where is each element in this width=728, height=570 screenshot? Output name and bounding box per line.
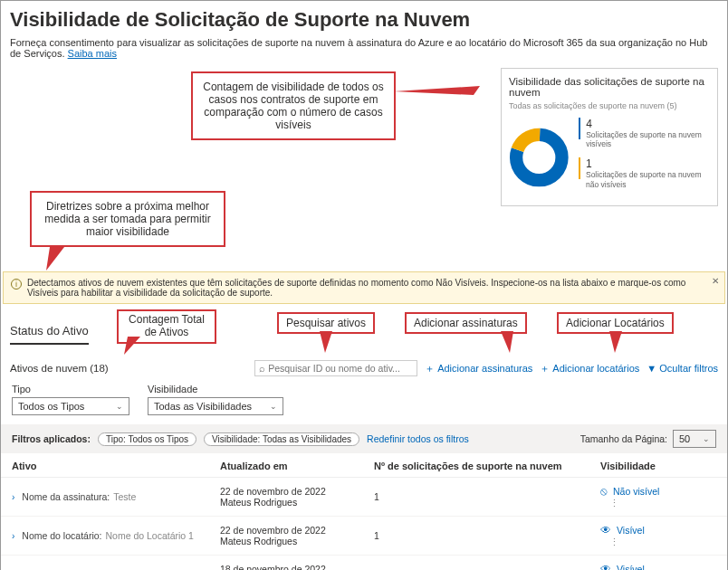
applied-filters-label: Filtros aplicados: (12, 433, 91, 444)
filter-icon: ▼ (647, 363, 656, 374)
callout-count: Contagem de visibilidade de todos os cas… (191, 71, 396, 140)
legend-item: 1 Solicitações de suporte na nuvem não v… (579, 157, 710, 188)
filter-type-value: Todos os Tipos (18, 401, 84, 412)
updated-cell: 22 de novembro de 2022Mateus Rodrigues (220, 525, 374, 546)
reset-filters-link[interactable]: Redefinir todos os filtros (367, 433, 469, 444)
filter-visibility-label: Visibilidade (148, 384, 283, 394)
chart-title: Visibilidade das solicitações de suporte… (509, 76, 710, 98)
chart-card: Visibilidade das solicitações de suporte… (501, 68, 718, 206)
chart-legend: 4 Solicitações de suporte na nuvem visív… (579, 118, 710, 198)
legend-label: Solicitações de suporte na nuvem não vis… (586, 170, 710, 188)
asset-type-label: Nome da assinatura: (22, 491, 110, 502)
donut-chart (509, 119, 570, 195)
add-tenants-label: Adicionar locatários (552, 363, 639, 374)
callout-guidance: Diretrizes sobre a próxima melhor medida… (30, 191, 225, 247)
callout-arrow-icon (497, 331, 517, 355)
asset-name: Teste (113, 491, 136, 502)
learn-more-link[interactable]: Saiba mais (68, 48, 117, 59)
search-input-wrapper[interactable]: ⌕ (254, 360, 417, 376)
legend-value: 1 (586, 157, 710, 170)
col-updated[interactable]: Atualizado em (220, 461, 374, 471)
col-asset[interactable]: Ativo (12, 461, 220, 471)
chevron-down-icon: ⌄ (270, 402, 277, 411)
filter-type-select[interactable]: Todos os Tipos ⌄ (12, 397, 129, 415)
table-row: ›Nome da assinatura:Exemplo 118 de novem… (1, 556, 727, 570)
asset-name: Nome do Locatário 1 (105, 530, 193, 541)
requests-cell: 1 (374, 530, 600, 541)
more-icon[interactable]: ⋮ (609, 537, 619, 547)
legend-value: 4 (586, 118, 710, 130)
search-icon: ⌕ (259, 363, 265, 374)
table-row: ›Nome da assinatura:Teste22 de novembro … (1, 478, 727, 517)
callout-arrow-icon (44, 247, 72, 272)
col-visibility[interactable]: Visibilidade (600, 461, 716, 471)
tab-asset-status[interactable]: Status do Ativo (10, 320, 89, 345)
asset-count: Ativos de nuvem (18) (10, 363, 109, 374)
page-size-value: 50 (679, 433, 690, 444)
table-header: Ativo Atualizado em Nº de solicitações d… (1, 453, 727, 478)
add-subscriptions-button[interactable]: ＋ Adicionar assinaturas (425, 362, 532, 375)
expand-icon[interactable]: › (12, 492, 14, 502)
updated-cell: 18 de novembro de 2022Mateus Rodrigues (220, 564, 374, 570)
filter-type-label: Tipo (12, 384, 129, 394)
plus-icon: ＋ (425, 362, 435, 375)
visibility-toggle[interactable]: ⦸Não visível (600, 485, 716, 498)
add-subs-label: Adicionar assinaturas (437, 363, 532, 374)
notice-text: Detectamos ativos de nuvem existentes qu… (27, 278, 717, 298)
legend-color-icon (579, 118, 581, 139)
eye-icon: 👁 (600, 524, 611, 537)
hide-filters-label: Ocultar filtros (659, 363, 718, 374)
legend-item: 4 Solicitações de suporte na nuvem visív… (579, 118, 710, 148)
col-requests[interactable]: Nº de solicitações de suporte na nuvem (374, 461, 600, 471)
chevron-down-icon: ⌄ (703, 434, 710, 443)
page-size-label: Tamanho da Página: (580, 433, 667, 444)
asset-type-label: Nome do locatário: (22, 530, 101, 541)
notice-banner: i Detectamos ativos de nuvem existentes … (3, 271, 725, 304)
more-icon[interactable]: ⋮ (609, 498, 619, 508)
plus-icon: ＋ (540, 362, 550, 375)
add-tenants-button[interactable]: ＋ Adicionar locatários (540, 362, 639, 375)
hide-filters-button[interactable]: ▼ Ocultar filtros (647, 363, 718, 374)
close-icon[interactable]: ✕ (712, 276, 719, 286)
page-subtitle: Forneça consentimento para visualizar as… (10, 37, 718, 59)
updated-cell: 22 de novembro de 2022Mateus Rodrigues (220, 486, 374, 508)
search-input[interactable] (268, 363, 413, 374)
table-row: ›Nome do locatário:Nome do Locatário 122… (1, 517, 727, 556)
filter-chip[interactable]: Tipo: Todos os Tipos (98, 432, 196, 446)
chart-subtitle: Todas as solicitações de suporte na nuve… (509, 101, 710, 110)
callout-arrow-icon (606, 331, 626, 355)
filter-chip[interactable]: Visibilidade: Todas as Visibilidades (204, 432, 359, 446)
eye-icon: 👁 (600, 563, 611, 570)
requests-cell: 1 (374, 491, 600, 502)
page-title: Visibilidade de Solicitação de Suporte n… (10, 8, 718, 32)
legend-label: Solicitações de suporte na nuvem visívei… (586, 130, 710, 148)
page-size-select[interactable]: 50 ⌄ (673, 430, 716, 448)
expand-icon[interactable]: › (12, 531, 14, 541)
filter-visibility-select[interactable]: Todas as Visibilidades ⌄ (148, 397, 283, 415)
visibility-toggle[interactable]: 👁Visível (600, 563, 716, 570)
callout-arrow-icon (124, 337, 144, 356)
filter-visibility-value: Todas as Visibilidades (154, 401, 252, 412)
chevron-down-icon: ⌄ (116, 402, 123, 411)
callout-arrow-icon (394, 84, 493, 102)
legend-color-icon (579, 157, 580, 179)
visibility-toggle[interactable]: 👁Visível (600, 524, 716, 537)
info-icon: i (11, 279, 22, 290)
callout-arrow-icon (316, 331, 336, 355)
eye-icon: ⦸ (600, 485, 608, 498)
